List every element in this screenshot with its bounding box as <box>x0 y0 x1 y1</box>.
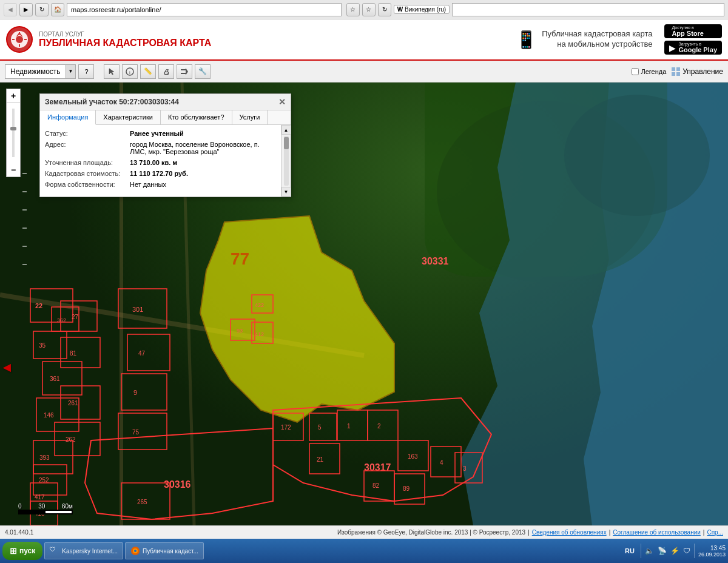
star-button[interactable]: ☆ <box>346 3 360 16</box>
select-tool[interactable] <box>104 64 120 79</box>
mobile-promo-text: Публичная кадастровая карта на мобильном… <box>542 29 652 50</box>
legend-toggle[interactable]: Легенда <box>632 68 666 75</box>
management-icon <box>671 67 681 76</box>
shield-icon[interactable]: 🛡 <box>683 547 690 555</box>
google-play-label: Google Play <box>678 46 717 53</box>
share-tool[interactable] <box>177 64 192 79</box>
cadastral-value-label: Кадастровая стоимость: <box>45 170 130 177</box>
info-tool[interactable]: i <box>122 64 138 79</box>
tab-info[interactable]: Информация <box>40 110 96 125</box>
category-arrow: ▼ <box>66 65 76 78</box>
forest-area <box>425 83 667 277</box>
portal-logo <box>6 26 33 53</box>
info-popup: Земельный участок 50:27:0030303:44 ✕ Инф… <box>39 93 291 197</box>
google-play-sub: Загрузить в <box>678 42 717 46</box>
taskbar-app-kaspersky[interactable]: 🛡 Kaspersky Internet... <box>44 542 123 559</box>
wikipedia-badge: W Википедия (ru) <box>394 5 450 14</box>
popup-tabs: Информация Характеристики Кто обслуживае… <box>40 110 291 125</box>
tab-service[interactable]: Кто обслуживает? <box>161 110 232 124</box>
time-display: 13:45 <box>698 545 726 551</box>
cadastral-value-value: 11 110 172.70 руб. <box>130 170 276 177</box>
separator1: | <box>528 529 530 536</box>
wiki-icon: W <box>397 6 403 13</box>
back-button[interactable]: ◀ <box>4 3 17 16</box>
map-container[interactable]: 22 27 35 81 361 362 146 261 262 393 252 … <box>0 83 728 525</box>
agreement-link[interactable]: Соглашение об использовании <box>613 529 701 536</box>
app-store-badge[interactable]: Доступно в App Store <box>664 24 722 38</box>
taskbar-sep1 <box>641 544 641 558</box>
scroll-track[interactable] <box>284 136 289 186</box>
scroll-up-button[interactable]: ▲ <box>281 125 291 135</box>
field-cadastral-value: Кадастровая стоимость: 11 110 172.70 руб… <box>45 170 276 177</box>
forward-button[interactable]: ▶ <box>19 3 33 16</box>
refresh-ssl-button[interactable]: ↻ <box>378 3 391 16</box>
ownership-value: Нет данных <box>130 181 276 188</box>
svg-rect-8 <box>672 67 675 71</box>
scale-60: 60м <box>62 503 73 510</box>
zoom-track[interactable] <box>12 109 15 157</box>
app-store-label: App Store <box>672 30 704 37</box>
star2-button[interactable]: ☆ <box>362 3 376 16</box>
print-tool[interactable]: 🖨 <box>158 64 174 79</box>
scale-bar-line <box>18 510 73 514</box>
management-label: Управление <box>682 67 723 76</box>
address-bar[interactable] <box>67 3 342 16</box>
google-play-badge[interactable]: ▶ Загрузить в Google Play <box>664 41 722 55</box>
tab-services[interactable]: Услуги <box>232 110 268 124</box>
category-select[interactable]: Недвижимость ▼ <box>5 64 76 79</box>
zoom-slider[interactable] <box>7 103 20 163</box>
address-value: город Москва, поселение Вороновское, п. … <box>130 141 276 155</box>
volume-icon[interactable]: 📡 <box>658 547 667 555</box>
popup-title: Земельный участок 50:27:0030303:44 <box>45 98 179 106</box>
version-label: 4.01.440.1 <box>5 529 33 536</box>
app-store-sub: Доступно в <box>672 25 704 30</box>
popup-close-button[interactable]: ✕ <box>278 97 286 107</box>
scroll-down-button[interactable]: ▼ <box>281 187 291 197</box>
reload-button[interactable]: ↻ <box>35 3 49 16</box>
separator3: | <box>703 529 705 536</box>
mobile-promo: 📱 Публичная кадастровая карта на мобильн… <box>516 29 652 50</box>
popup-scrollbar[interactable]: ▲ ▼ <box>281 125 291 197</box>
measure-tool[interactable]: 📏 <box>140 64 156 79</box>
management-toggle[interactable]: Управление <box>671 67 723 76</box>
date-display: 26.09.2013 <box>698 551 726 558</box>
app-store-text: Доступно в App Store <box>672 25 704 37</box>
zoom-in-button[interactable]: + <box>7 89 20 103</box>
field-address: Адрес: город Москва, поселение Вороновск… <box>45 141 276 155</box>
language-button[interactable]: RU <box>622 546 637 556</box>
help-button[interactable]: ? <box>78 64 94 79</box>
portal-title: ПУБЛИЧНАЯ КАДАСТРОВАЯ КАРТА <box>39 38 211 49</box>
taskbar-browser-button[interactable]: Публичная кадаст... <box>125 542 204 559</box>
legend-checkbox[interactable] <box>632 68 639 75</box>
status-bar: 4.01.440.1 Изображения © GeoEye, Digital… <box>0 525 728 539</box>
home-button[interactable]: 🏠 <box>51 3 64 16</box>
settings-tool[interactable]: 🔧 <box>195 64 211 79</box>
promo-line1: Публичная кадастровая карта <box>542 29 652 39</box>
search-input[interactable] <box>452 3 724 16</box>
area-label: Уточненная площадь: <box>45 159 130 166</box>
popup-title-bar: Земельный участок 50:27:0030303:44 ✕ <box>40 94 291 110</box>
zoom-out-button[interactable]: − <box>7 163 20 177</box>
updates-link[interactable]: Сведения об обновлениях <box>532 529 607 536</box>
svg-rect-11 <box>676 72 680 76</box>
tab-characteristics[interactable]: Характеристики <box>96 110 161 124</box>
status-label: Статус: <box>45 130 130 137</box>
svg-rect-5 <box>181 69 186 70</box>
copyright-text: Изображения © GeoEye, DigitalGlobe inc. … <box>337 529 525 536</box>
svg-point-93 <box>134 550 136 552</box>
separator2: | <box>609 529 611 536</box>
clock: 13:45 26.09.2013 <box>698 545 726 558</box>
pan-left-button[interactable]: ◀ <box>3 362 10 373</box>
battery-icon[interactable]: ⚡ <box>670 547 679 555</box>
scroll-thumb <box>284 137 289 149</box>
browser-nav: ◀ ▶ ↻ 🏠 ☆ ☆ ↻ W Википедия (ru) <box>0 0 728 19</box>
header-right: 📱 Публичная кадастровая карта на мобильн… <box>516 24 722 55</box>
start-button[interactable]: ⊞ пуск <box>2 542 42 560</box>
scale-0: 0 <box>18 503 22 510</box>
network-icon[interactable]: 🔈 <box>645 547 654 555</box>
help-link[interactable]: Спр... <box>707 529 723 536</box>
zoom-controls: + − <box>6 89 21 177</box>
google-play-text: Загрузить в Google Play <box>678 42 717 53</box>
portal-subtitle: ПОРТАЛ УСЛУГ <box>39 31 211 38</box>
popup-content: Статус: Ранее учтенный Адрес: город Моск… <box>40 125 281 197</box>
